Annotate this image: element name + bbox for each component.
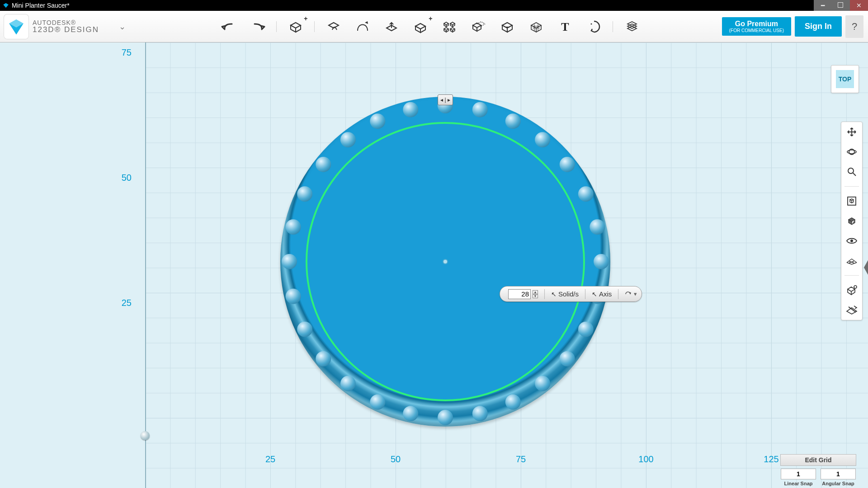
shaded-button[interactable] <box>845 215 858 227</box>
ruler-tick: 25 <box>265 454 275 465</box>
pattern-button[interactable] <box>440 18 458 36</box>
svg-point-4 <box>591 23 592 24</box>
angular-snap-label: Angular Snap <box>821 481 856 486</box>
edit-grid-button[interactable]: Edit Grid <box>780 454 856 466</box>
maximize-button[interactable] <box>832 0 850 11</box>
center-point-icon[interactable] <box>443 259 448 264</box>
help-button[interactable]: ? <box>845 15 863 38</box>
plus-icon: + <box>304 15 307 22</box>
primitives-button[interactable]: + <box>287 18 305 36</box>
linear-snap-label: Linear Snap <box>781 481 816 486</box>
go-premium-button[interactable]: Go Premium (FOR COMMERCIAL USE) <box>722 17 791 36</box>
linear-snap-input[interactable] <box>781 469 816 479</box>
svg-point-7 <box>848 168 854 174</box>
count-stepper[interactable]: ▲ ▼ <box>533 290 538 298</box>
ruler-tick: 50 <box>391 454 401 465</box>
pattern-instance[interactable] <box>472 406 488 421</box>
app-logo[interactable]: AUTODESK® 123D® DESIGN <box>0 14 105 39</box>
brand-text: AUTODESK® <box>33 19 99 26</box>
step-down-icon[interactable]: ▼ <box>533 294 538 298</box>
step-up-icon[interactable]: ▲ <box>533 290 538 294</box>
zoom-button[interactable] <box>845 165 858 178</box>
pattern-instance[interactable] <box>578 186 594 202</box>
fit-button[interactable] <box>845 195 858 207</box>
pattern-instance[interactable] <box>590 219 605 235</box>
text-button[interactable]: T <box>556 18 574 36</box>
pattern-drag-handle[interactable]: ◂ | ▸ <box>438 94 453 105</box>
pattern-instance[interactable] <box>316 157 331 172</box>
pattern-instance[interactable] <box>505 113 521 129</box>
snap-button[interactable] <box>845 284 858 296</box>
right-nav-toolbar <box>841 122 863 320</box>
pattern-instance[interactable] <box>340 376 356 391</box>
pattern-instance[interactable] <box>472 102 488 117</box>
angular-snap-input[interactable] <box>821 469 856 479</box>
pattern-instance[interactable] <box>316 351 331 366</box>
pattern-instance[interactable] <box>594 254 609 269</box>
ruler-tick: 125 <box>764 454 778 465</box>
pattern-instance[interactable] <box>403 406 418 421</box>
undo-button[interactable] <box>220 18 238 36</box>
svg-point-9 <box>850 239 853 242</box>
group-button[interactable] <box>469 18 487 36</box>
pattern-instance[interactable] <box>578 322 594 337</box>
orbit-button[interactable] <box>845 145 858 158</box>
pattern-instance[interactable] <box>370 394 385 410</box>
svg-text:T: T <box>561 21 569 33</box>
ruler-tick: 50 <box>122 173 132 183</box>
cursor-icon: ↖ <box>551 291 557 298</box>
materials-button[interactable] <box>623 18 641 36</box>
construct-button[interactable] <box>382 18 401 36</box>
model-object[interactable]: ◂ | ▸ <box>280 97 610 427</box>
pattern-instance[interactable] <box>297 322 312 337</box>
snap-panel: Edit Grid Linear Snap Angular Snap <box>780 454 856 486</box>
workspace[interactable]: 75 50 25 25 50 75 100 125 ◂ | ▸ ▲ ▼ ↖ So… <box>0 42 868 488</box>
main-menu-caret-icon[interactable]: ⌄ <box>119 22 126 32</box>
pattern-instance[interactable] <box>297 186 312 202</box>
circular-pattern-toolbar: ▲ ▼ ↖ Solid/s ↖ Axis ▾ <box>500 286 642 302</box>
pattern-instance[interactable] <box>535 132 550 147</box>
window-title: Mini Planter Saucer* <box>12 2 70 9</box>
ruler-tick: 25 <box>122 298 132 308</box>
pattern-instance[interactable] <box>286 219 301 235</box>
options-dropdown[interactable]: ▾ <box>625 291 637 297</box>
pan-button[interactable] <box>845 126 858 138</box>
spline-button[interactable] <box>354 18 372 36</box>
pattern-instance[interactable] <box>370 113 385 129</box>
grid-origin-icon[interactable] <box>141 431 150 440</box>
convert-button[interactable] <box>527 18 545 36</box>
minimize-button[interactable]: ━ <box>814 0 832 11</box>
svg-marker-0 <box>3 3 9 8</box>
ruler-y: 75 50 25 <box>0 42 145 488</box>
modify-button[interactable]: + <box>411 18 429 36</box>
view-cube[interactable]: TOP <box>831 65 859 93</box>
app-icon <box>3 2 9 9</box>
product-text: 123D® DESIGN <box>33 26 99 33</box>
logo-mark-icon <box>4 14 29 39</box>
ruler-tick: 100 <box>638 454 653 465</box>
pattern-instance[interactable] <box>340 132 356 147</box>
pattern-instance[interactable] <box>505 394 521 410</box>
combine-button[interactable] <box>498 18 516 36</box>
measure-button[interactable] <box>585 18 603 36</box>
redo-button[interactable] <box>249 18 267 36</box>
select-axis-button[interactable]: ↖ Axis <box>592 290 612 298</box>
slice-button[interactable] <box>845 304 858 316</box>
grid-toggle-button[interactable] <box>845 254 858 267</box>
pattern-instance[interactable] <box>286 289 301 304</box>
pattern-instance[interactable] <box>403 102 418 117</box>
count-input[interactable] <box>508 289 531 299</box>
ruler-tick: 75 <box>122 47 132 58</box>
pattern-instance[interactable] <box>438 410 453 425</box>
pattern-instance[interactable] <box>560 157 575 172</box>
select-solid-button[interactable]: ↖ Solid/s <box>551 290 579 298</box>
pattern-instance[interactable] <box>535 376 550 391</box>
pattern-instance[interactable] <box>560 351 575 366</box>
pattern-instance[interactable] <box>282 254 297 269</box>
view-cube-face[interactable]: TOP <box>836 70 854 88</box>
visibility-button[interactable] <box>845 235 858 247</box>
close-button[interactable]: ✕ <box>850 0 868 11</box>
svg-point-10 <box>854 286 857 288</box>
sketch-button[interactable] <box>325 18 343 36</box>
sign-in-button[interactable]: Sign In <box>795 16 842 37</box>
